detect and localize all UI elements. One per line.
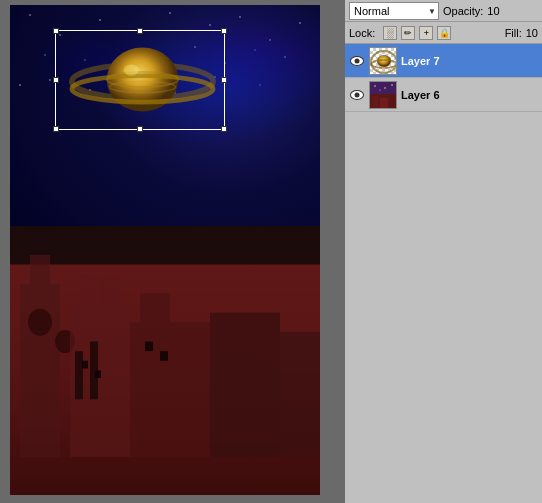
layer-7-visibility[interactable] <box>349 53 365 69</box>
svg-point-4 <box>28 308 52 335</box>
svg-rect-8 <box>100 278 120 302</box>
handle-top-left[interactable] <box>53 28 59 34</box>
fill-value: 10 <box>526 27 538 39</box>
handle-top-middle[interactable] <box>137 28 143 34</box>
blend-opacity-bar: Normal Opacity: 10 <box>345 0 542 22</box>
buildings-svg <box>10 226 320 496</box>
blend-mode-wrapper[interactable]: Normal <box>349 2 439 20</box>
layers-list: Layer 7 <box>345 44 542 153</box>
opacity-label: Opacity: <box>443 5 483 17</box>
svg-rect-17 <box>145 341 153 351</box>
svg-rect-7 <box>80 274 95 303</box>
svg-point-25 <box>124 64 139 75</box>
layer-6-visibility[interactable] <box>349 87 365 103</box>
planet-image <box>65 40 220 120</box>
layer-7-thumbnail <box>369 47 397 75</box>
svg-rect-12 <box>280 331 320 456</box>
bottom-panel <box>345 153 542 503</box>
layer-item-6[interactable]: Layer 6 <box>345 78 542 112</box>
svg-rect-38 <box>370 82 397 109</box>
blend-mode-select[interactable]: Normal <box>349 2 439 20</box>
handle-middle-left[interactable] <box>53 77 59 83</box>
layer-7-name: Layer 7 <box>401 55 440 67</box>
opacity-value: 10 <box>487 5 499 17</box>
svg-rect-13 <box>75 351 83 399</box>
handle-middle-right[interactable] <box>221 77 227 83</box>
lock-label: Lock: <box>349 27 375 39</box>
lock-all-button[interactable]: 🔒 <box>437 26 451 40</box>
canvas-image <box>10 5 320 495</box>
handle-bottom-left[interactable] <box>53 126 59 132</box>
svg-rect-10 <box>140 293 170 322</box>
svg-rect-9 <box>130 322 210 457</box>
lock-image-button[interactable]: ✏ <box>401 26 415 40</box>
lock-pixels-button[interactable]: ░ <box>383 26 397 40</box>
planet-svg <box>65 40 220 120</box>
eye-symbol-6 <box>350 90 364 100</box>
planet-container <box>60 35 220 125</box>
layer-6-thumbnail <box>369 81 397 109</box>
layer-6-thumb-svg <box>370 82 397 109</box>
lock-bar: Lock: ░ ✏ + 🔒 Fill: 10 <box>345 22 542 44</box>
svg-rect-16 <box>95 370 101 378</box>
eye-symbol-7 <box>350 56 364 66</box>
svg-rect-11 <box>210 312 280 456</box>
svg-rect-18 <box>160 351 168 361</box>
layer-7-thumb-svg <box>370 48 397 75</box>
handle-bottom-middle[interactable] <box>137 126 143 132</box>
fill-label: Fill: <box>505 27 522 39</box>
layer-item-7[interactable]: Layer 7 <box>345 44 542 78</box>
handle-top-right[interactable] <box>221 28 227 34</box>
layer-6-name: Layer 6 <box>401 89 440 101</box>
canvas-area <box>0 0 345 503</box>
handle-bottom-right[interactable] <box>221 126 227 132</box>
city-area <box>10 226 320 496</box>
svg-rect-15 <box>82 360 88 368</box>
right-panel: Normal Opacity: 10 Lock: ░ ✏ + 🔒 Fill: 1… <box>345 0 542 503</box>
svg-rect-3 <box>30 254 50 283</box>
lock-position-button[interactable]: + <box>419 26 433 40</box>
